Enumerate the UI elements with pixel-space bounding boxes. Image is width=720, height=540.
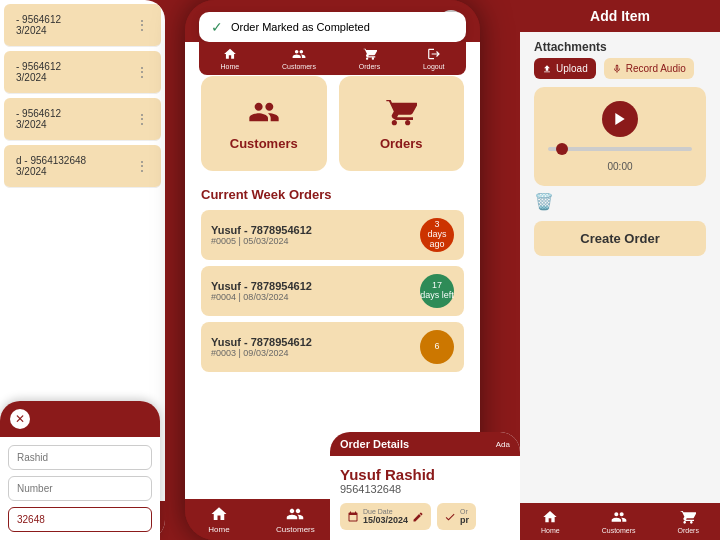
notif-nav-orders[interactable]: Orders — [359, 47, 380, 70]
right-nav-customers[interactable]: Customers — [602, 509, 636, 534]
order-date: 3/2024 — [16, 166, 86, 177]
home-grid-buttons: Customers Orders — [185, 68, 480, 179]
create-order-button[interactable]: Create Order — [534, 221, 706, 256]
play-button[interactable] — [602, 101, 638, 137]
notif-nav-orders-label: Orders — [359, 63, 380, 70]
right-nav-customers-label: Customers — [602, 527, 636, 534]
audio-time: 00:00 — [607, 161, 632, 172]
right-nav-orders[interactable]: Orders — [678, 509, 699, 534]
orders-section-title: Current Week Orders — [201, 187, 464, 202]
notif-nav-home-label: Home — [220, 63, 239, 70]
order-name-2: Yusuf - 7878954612 — [211, 280, 312, 292]
notification-box: ✓ Order Marked as Completed — [199, 12, 466, 42]
badge-value-1: 3days ago — [420, 220, 454, 250]
order-status-value: pr — [460, 515, 469, 525]
order-phone: - 9564612 — [16, 108, 61, 119]
orders-button-label: Orders — [380, 136, 423, 151]
badge-value-3: 6 — [434, 342, 439, 352]
order-date: 3/2024 — [16, 119, 61, 130]
modal-header: ✕ — [0, 401, 160, 437]
notification-nav: Home Customers Orders Logout — [199, 42, 466, 75]
audio-player: 00:00 — [534, 87, 706, 186]
close-button[interactable]: ✕ — [10, 409, 30, 429]
order-date: 3/2024 — [16, 72, 61, 83]
right-nav-home-label: Home — [541, 527, 560, 534]
right-panel-bottom-nav: Home Customers Orders — [520, 503, 720, 540]
order-details-top: Order Details Ada — [330, 432, 520, 456]
detail-row: Due Date 15/03/2024 Or pr — [340, 503, 510, 530]
order-id-date-1: #0005 | 05/03/2024 — [211, 236, 312, 246]
order-phone: - 9564612 — [16, 61, 61, 72]
list-item[interactable]: - 9564612 3/2024 ⋮ — [4, 4, 161, 47]
home-nav-home-label: Home — [208, 525, 229, 534]
order-phone: d - 9564132648 — [16, 155, 86, 166]
more-icon[interactable]: ⋮ — [135, 158, 149, 174]
svg-marker-0 — [615, 113, 624, 125]
order-name-1: Yusuf - 7878954612 — [211, 224, 312, 236]
home-content: 08/03/2024 Customers Orders Current Week… — [185, 42, 480, 499]
delete-button[interactable]: 🗑️ — [534, 192, 706, 211]
order-name-3: Yusuf - 7878954612 — [211, 336, 312, 348]
due-date-item: Due Date 15/03/2024 — [340, 503, 431, 530]
notif-nav-home[interactable]: Home — [220, 47, 239, 70]
number-label-field[interactable] — [8, 476, 152, 501]
order-details-user: Ada — [496, 440, 510, 449]
list-item[interactable]: - 9564612 3/2024 ⋮ — [4, 51, 161, 94]
notif-nav-customers[interactable]: Customers — [282, 47, 316, 70]
order-details-content: Yusuf Rashid 9564132648 Due Date 15/03/2… — [330, 456, 520, 540]
check-icon: ✓ — [211, 19, 223, 35]
add-item-header: Add Item — [520, 0, 720, 32]
customers-button[interactable]: Customers — [201, 76, 327, 171]
orders-section: Current Week Orders Yusuf - 7878954612 #… — [185, 179, 480, 386]
delete-icon: 🗑️ — [534, 193, 554, 210]
add-item-panel: Add Item Attachments Upload Record Audio… — [520, 0, 720, 540]
customer-phone: 9564132648 — [340, 483, 510, 495]
attachments-label: Attachments — [520, 32, 720, 58]
order-badge-2: 17days left — [420, 274, 454, 308]
notification-message: Order Marked as Completed — [231, 21, 370, 33]
notification-overlay: ✓ Order Marked as Completed Home Custome… — [185, 0, 480, 75]
due-date-label: Due Date — [363, 508, 408, 515]
order-phone: - 9564612 — [16, 14, 61, 25]
list-item[interactable]: d - 9564132648 3/2024 ⋮ — [4, 145, 161, 188]
order-id-date-3: #0003 | 09/03/2024 — [211, 348, 312, 358]
order-id-date-2: #0004 | 08/03/2024 — [211, 292, 312, 302]
order-details-panel: Order Details Ada Yusuf Rashid 956413264… — [330, 432, 520, 540]
notif-nav-logout[interactable]: Logout — [423, 47, 444, 70]
list-item[interactable]: - 9564612 3/2024 ⋮ — [4, 98, 161, 141]
customers-button-label: Customers — [230, 136, 298, 151]
spacer — [520, 260, 720, 503]
modal-body — [0, 437, 160, 540]
order-card-2[interactable]: Yusuf - 7878954612 #0004 | 08/03/2024 17… — [201, 266, 464, 316]
upload-button[interactable]: Upload — [534, 58, 596, 79]
left-modal: ✕ — [0, 401, 160, 540]
more-icon[interactable]: ⋮ — [135, 64, 149, 80]
order-card-1[interactable]: Yusuf - 7878954612 #0005 | 05/03/2024 3d… — [201, 210, 464, 260]
name-field[interactable] — [8, 445, 152, 470]
customer-name: Yusuf Rashid — [340, 466, 510, 483]
record-label: Record Audio — [626, 63, 686, 74]
order-status-label: Or — [460, 508, 469, 515]
home-nav-customers-label: Customers — [276, 525, 315, 534]
orders-button[interactable]: Orders — [339, 76, 465, 171]
right-nav-orders-label: Orders — [678, 527, 699, 534]
due-date-value: 15/03/2024 — [363, 515, 408, 525]
progress-bar[interactable] — [548, 147, 692, 151]
number-value-field[interactable] — [8, 507, 152, 532]
order-badge-3: 6 — [420, 330, 454, 364]
order-status-item: Or pr — [437, 503, 476, 530]
more-icon[interactable]: ⋮ — [135, 17, 149, 33]
right-nav-home[interactable]: Home — [541, 509, 560, 534]
badge-value-2: 17days left — [420, 281, 454, 301]
home-nav-customers[interactable]: Customers — [276, 505, 315, 534]
notif-nav-logout-label: Logout — [423, 63, 444, 70]
more-icon[interactable]: ⋮ — [135, 111, 149, 127]
order-details-title: Order Details — [340, 438, 409, 450]
upload-label: Upload — [556, 63, 588, 74]
order-card-3[interactable]: Yusuf - 7878954612 #0003 | 09/03/2024 6 — [201, 322, 464, 372]
order-badge-1: 3days ago — [420, 218, 454, 252]
order-date: 3/2024 — [16, 25, 61, 36]
attach-buttons: Upload Record Audio — [520, 58, 720, 87]
record-audio-button[interactable]: Record Audio — [604, 58, 694, 79]
home-nav-home[interactable]: Home — [208, 505, 229, 534]
